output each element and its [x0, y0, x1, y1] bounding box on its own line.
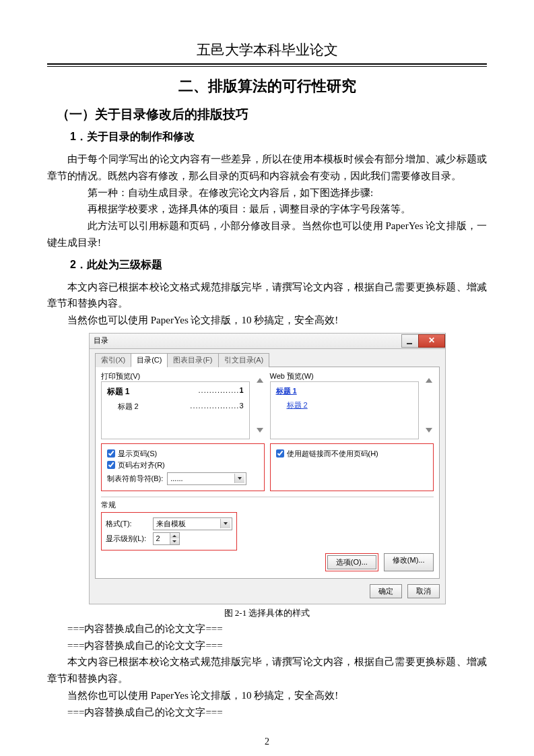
tab-figures[interactable]: 图表目录(F): [167, 353, 218, 367]
paragraph: 本文内容已根据本校论文格式规范排版完毕，请撰写论文内容，根据自己需要更换标题、增…: [47, 654, 487, 687]
close-icon[interactable]: ✕: [418, 334, 445, 348]
spinner-up-icon[interactable]: [170, 533, 179, 539]
cb-hyperlink-label: 使用超链接而不使用页码(H): [287, 449, 378, 459]
paragraph: 当然你也可以使用 PaperYes 论文排版，10 秒搞定，安全高效!: [47, 312, 487, 329]
print-preview-box: 标题 1 ............... 1 标题 2 ............…: [101, 381, 250, 439]
page-header-title: 五邑大学本科毕业论文: [47, 40, 487, 59]
modify-button[interactable]: 修改(M)...: [384, 553, 434, 571]
cancel-button[interactable]: 取消: [407, 584, 440, 598]
heading-level-2: （一）关于目录修改后的排版技巧: [57, 106, 487, 123]
format-label: 格式(T):: [106, 519, 153, 529]
format-value: 来自模板: [156, 519, 186, 529]
web-preview-label: Web 预览(W): [270, 371, 419, 381]
preview-page-1: 1: [239, 386, 243, 398]
paragraph: ===内容替换成自己的论文文字===: [47, 621, 487, 637]
chevron-up-icon[interactable]: [257, 378, 263, 383]
figure-caption: 图 2-1 选择具体的样式: [47, 607, 487, 619]
hyperlink-option: 使用超链接而不使用页码(H): [270, 443, 434, 491]
dialog-title: 目录: [94, 336, 108, 346]
chevron-down-icon[interactable]: [426, 428, 432, 433]
levels-spinner[interactable]: 2: [153, 532, 180, 545]
options-button[interactable]: 选项(O)...: [327, 555, 376, 569]
format-dropdown[interactable]: 来自模板: [153, 517, 232, 530]
spinner-down-icon[interactable]: [170, 538, 179, 544]
heading-level-3a: 1．关于目录的制作和修改: [70, 130, 487, 144]
ok-button[interactable]: 确定: [370, 584, 402, 598]
dialog-tabstrip: 索引(X) 目录(C) 图表目录(F) 引文目录(A): [95, 353, 440, 367]
paragraph: ===内容替换成自己的论文文字===: [47, 637, 487, 654]
chevron-down-icon[interactable]: [257, 428, 263, 433]
chevron-down-icon[interactable]: [220, 519, 230, 528]
page-number-options: 显示页码(S) 页码右对齐(R) 制表符前导符(B): ......: [101, 443, 265, 491]
paragraph: 此方法可以引用标题和页码，小部分修改目录。当然你也可以使用 PaperYes 论…: [47, 218, 487, 251]
tab-citations[interactable]: 引文目录(A): [218, 353, 270, 367]
cb-show-page[interactable]: [107, 449, 115, 458]
tab-leader-value: ......: [170, 474, 182, 482]
heading-level-3b: 2．此处为三级标题: [70, 258, 487, 272]
embedded-dialog: 目录 ✕ 索引(X) 目录(C) 图表目录(F) 引文目录(A) 打印预览(V): [89, 333, 446, 604]
levels-value: 2: [154, 533, 170, 544]
dialog-titlebar[interactable]: 目录 ✕: [89, 333, 446, 348]
preview-heading-2: 标题 2: [118, 402, 139, 412]
cb-show-page-label: 显示页码(S): [118, 449, 158, 459]
paragraph: 再根据学校要求，选择具体的项目：最后，调整目录的字体字号段落等。: [47, 201, 487, 218]
tab-leader-dropdown[interactable]: ......: [167, 472, 246, 485]
general-label: 常规: [101, 500, 434, 510]
paragraph: 第一种：自动生成目录。在修改完论文内容后，如下图选择步骤:: [47, 185, 487, 201]
preview-scroll[interactable]: [255, 371, 265, 439]
web-link-1[interactable]: 标题 1: [276, 386, 413, 396]
paragraph: 当然你也可以使用 PaperYes 论文排版，10 秒搞定，安全高效!: [47, 687, 487, 704]
cb-align-right[interactable]: [107, 461, 115, 469]
web-scroll[interactable]: [424, 371, 434, 439]
cb-hyperlink[interactable]: [276, 449, 284, 458]
paragraph: ===内容替换成自己的论文文字===: [47, 704, 487, 721]
levels-label: 显示级别(L):: [106, 534, 153, 544]
web-link-2[interactable]: 标题 2: [276, 400, 413, 410]
page-number: 2: [47, 736, 487, 747]
paragraph: 由于每个同学写出的论文内容有一些差异，所以在使用本模板时候会有部分增加、减少标题…: [47, 151, 487, 185]
preview-heading-1: 标题 1: [107, 386, 130, 398]
paragraph: 本文内容已根据本校论文格式规范排版完毕，请撰写论文内容，根据自己需要更换标题、增…: [47, 279, 487, 313]
heading-level-1: 二、排版算法的可行性研究: [47, 76, 487, 96]
tab-index[interactable]: 索引(X): [95, 353, 132, 367]
chevron-down-icon[interactable]: [234, 474, 244, 483]
header-double-rule: [47, 63, 487, 67]
help-icon[interactable]: [401, 334, 418, 348]
print-preview-label: 打印预览(V): [101, 371, 250, 381]
chevron-up-icon[interactable]: [426, 378, 432, 383]
web-preview-box: 标题 1 标题 2: [270, 381, 419, 439]
cb-align-right-label: 页码右对齐(R): [118, 460, 165, 470]
tab-leader-label: 制表符前导符(B):: [107, 474, 164, 484]
tab-toc[interactable]: 目录(C): [131, 353, 168, 367]
preview-page-2: 3: [239, 402, 243, 412]
